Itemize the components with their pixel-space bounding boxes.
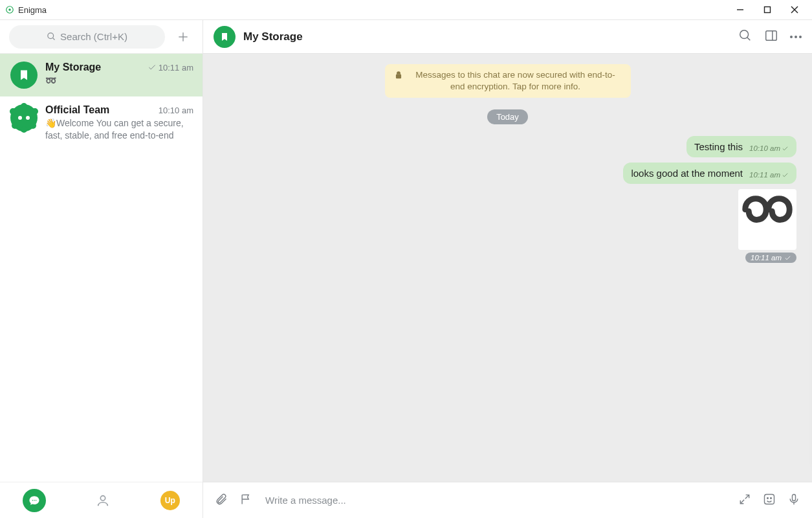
lock-icon xyxy=(394,71,403,80)
message-input[interactable] xyxy=(264,494,727,506)
check-icon xyxy=(148,63,157,72)
voice-button[interactable] xyxy=(787,493,800,508)
message-bubble[interactable]: looks good at the moment 10:11 am xyxy=(623,163,796,184)
attach-button[interactable] xyxy=(215,493,228,508)
team-icon xyxy=(10,104,38,131)
check-icon xyxy=(784,254,791,262)
chat-header: My Storage xyxy=(203,20,812,54)
chat-preview: 👋Welcome You can get a secure, fast, sta… xyxy=(45,117,193,142)
new-chat-button[interactable] xyxy=(173,27,193,47)
panel-icon xyxy=(764,28,778,43)
svg-line-20 xyxy=(740,499,744,503)
close-button[interactable] xyxy=(781,1,808,19)
day-separator: Today xyxy=(487,109,528,124)
image-message[interactable]: 10:11 am xyxy=(738,189,796,263)
search-in-chat-button[interactable] xyxy=(738,28,752,45)
chats-tab[interactable] xyxy=(23,489,46,512)
chat-title: My Storage xyxy=(243,30,303,43)
svg-point-12 xyxy=(36,499,37,501)
message-bubble[interactable]: Testing this 10:10 am xyxy=(686,136,796,157)
plus-icon xyxy=(177,30,190,43)
chat-list: My Storage 10:11 am ➿ Official Team xyxy=(0,54,203,482)
chat-item-my-storage[interactable]: My Storage 10:11 am ➿ xyxy=(0,54,203,96)
composer xyxy=(203,482,812,518)
messages-area: Messages to this chat are now secured wi… xyxy=(203,54,812,482)
chat-bubble-icon xyxy=(28,495,40,506)
search-icon xyxy=(47,32,56,41)
encryption-text: Messages to this chat are now secured wi… xyxy=(410,69,622,93)
maximize-button[interactable] xyxy=(754,1,781,19)
more-button[interactable] xyxy=(790,36,802,38)
chat-name: My Storage xyxy=(45,62,101,73)
expand-icon xyxy=(738,493,751,506)
chat-name: Official Team xyxy=(45,104,109,116)
window-title: Enigma xyxy=(18,5,47,15)
chat-preview: ➿ xyxy=(45,74,193,87)
svg-point-11 xyxy=(34,499,35,501)
check-icon xyxy=(782,172,789,179)
bookmark-icon xyxy=(10,62,38,89)
svg-rect-18 xyxy=(395,74,401,78)
sidebar-nav: Up xyxy=(0,482,203,518)
svg-rect-3 xyxy=(765,7,771,13)
svg-line-19 xyxy=(745,495,749,499)
svg-point-13 xyxy=(101,495,105,500)
minimize-button[interactable] xyxy=(727,1,754,19)
contacts-tab[interactable] xyxy=(91,489,115,512)
person-icon xyxy=(96,493,110,508)
check-icon xyxy=(782,145,789,152)
svg-point-22 xyxy=(767,497,769,499)
emoji-button[interactable] xyxy=(763,493,776,508)
message-text: looks good at the moment xyxy=(631,168,743,179)
svg-point-23 xyxy=(771,497,772,499)
message-time: 10:11 am xyxy=(749,171,780,179)
svg-point-14 xyxy=(740,30,749,38)
chat-item-official-team[interactable]: Official Team 10:10 am 👋Welcome You can … xyxy=(0,96,203,150)
panel-toggle-button[interactable] xyxy=(764,28,778,45)
svg-point-10 xyxy=(32,499,34,501)
svg-point-6 xyxy=(48,33,54,39)
format-button[interactable] xyxy=(239,493,252,508)
message-text: Testing this xyxy=(694,141,743,152)
message-time: 10:11 am xyxy=(751,254,782,262)
svg-line-7 xyxy=(52,38,54,39)
svg-line-15 xyxy=(747,37,751,40)
svg-point-1 xyxy=(8,8,11,11)
bookmark-icon xyxy=(214,26,236,48)
svg-rect-16 xyxy=(766,30,777,40)
encryption-banner[interactable]: Messages to this chat are now secured wi… xyxy=(385,64,631,98)
search-icon xyxy=(738,28,752,43)
app-icon xyxy=(5,5,14,14)
search-input[interactable]: Search (Ctrl+K) xyxy=(9,25,165,49)
mic-icon xyxy=(787,493,800,506)
chat-pane: My Storage Messages to this chat are now… xyxy=(203,20,812,518)
chat-time: 10:10 am xyxy=(159,106,193,115)
upgrade-label: Up xyxy=(165,496,175,505)
svg-rect-21 xyxy=(765,494,774,504)
search-placeholder: Search (Ctrl+K) xyxy=(60,31,127,42)
window-titlebar: Enigma xyxy=(0,0,812,19)
chat-time: 10:11 am xyxy=(159,63,193,73)
loops-image xyxy=(738,189,796,250)
svg-rect-24 xyxy=(793,494,796,501)
flag-icon xyxy=(239,493,252,506)
paperclip-icon xyxy=(215,493,228,506)
smile-icon xyxy=(763,493,776,506)
upgrade-badge[interactable]: Up xyxy=(160,491,180,510)
expand-button[interactable] xyxy=(738,493,751,508)
sidebar: Search (Ctrl+K) My Storage 10:11 am xyxy=(0,20,203,518)
message-time: 10:10 am xyxy=(749,144,780,152)
